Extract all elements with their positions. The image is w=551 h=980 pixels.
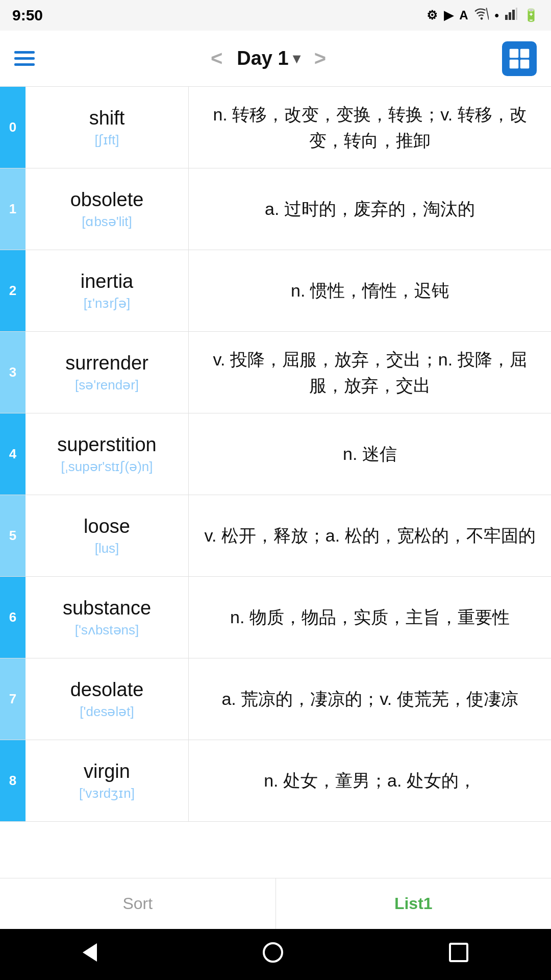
- word-text: shift: [89, 107, 125, 129]
- day-title-text: Day 1: [237, 47, 288, 69]
- table-row[interactable]: 6 substance ['sʌbstəns] n. 物质，物品，实质，主旨，重…: [0, 577, 551, 658]
- battery-icon: 🔋: [523, 8, 539, 22]
- nav-bar: [0, 929, 551, 980]
- svg-rect-9: [520, 59, 530, 68]
- word-definition: a. 荒凉的，凄凉的；v. 使荒芜，使凄凉: [189, 658, 551, 740]
- svg-rect-8: [510, 59, 519, 68]
- word-english: surrender [sə'rendər]: [26, 332, 189, 413]
- table-row[interactable]: 7 desolate ['desələt] a. 荒凉的，凄凉的；v. 使荒芜，…: [0, 658, 551, 740]
- table-row[interactable]: 1 obsolete [ɑbsə'lit] a. 过时的，废弃的，淘汰的: [0, 168, 551, 250]
- word-text: surrender: [65, 352, 148, 374]
- bottom-tab-bar: SortList1: [0, 878, 551, 929]
- back-button[interactable]: [62, 938, 117, 971]
- svg-rect-4: [512, 10, 515, 20]
- table-row[interactable]: 5 loose [lus] v. 松开，释放；a. 松的，宽松的，不牢固的: [0, 495, 551, 577]
- word-english: virgin ['vɜrdʒɪn]: [26, 740, 189, 821]
- word-english: obsolete [ɑbsə'lit]: [26, 168, 189, 250]
- wifi-icon: [474, 8, 489, 23]
- word-phonetic: [ˌsupər'stɪʃ(ə)n]: [61, 459, 153, 475]
- word-phonetic: [ɑbsə'lit]: [82, 214, 132, 230]
- svg-line-1: [486, 8, 489, 19]
- table-row[interactable]: 0 shift [ʃɪft] n. 转移，改变，变换，转换；v. 转移，改变，转…: [0, 87, 551, 168]
- word-definition: n. 迷信: [189, 413, 551, 495]
- gear-icon: ⚙: [427, 8, 438, 22]
- table-row[interactable]: 8 virgin ['vɜrdʒɪn] n. 处女，童男；a. 处女的，: [0, 740, 551, 822]
- word-phonetic: [ɪ'nɜrʃə]: [84, 296, 131, 311]
- font-icon: A: [459, 8, 468, 22]
- word-index: 1: [0, 168, 26, 250]
- prev-day-button[interactable]: <: [206, 47, 228, 70]
- home-button[interactable]: [242, 937, 304, 972]
- word-definition: a. 过时的，废弃的，淘汰的: [189, 168, 551, 250]
- word-definition: v. 投降，屈服，放弃，交出；n. 投降，屈服，放弃，交出: [189, 332, 551, 413]
- app-bar: < Day 1 ▾ >: [0, 31, 551, 87]
- word-phonetic: [ʃɪft]: [95, 132, 119, 148]
- word-definition: n. 转移，改变，变换，转换；v. 转移，改变，转向，推卸: [189, 87, 551, 168]
- word-english: inertia [ɪ'nɜrʃə]: [26, 250, 189, 331]
- word-index: 3: [0, 332, 26, 413]
- app-bar-center: < Day 1 ▾ >: [206, 47, 331, 70]
- word-phonetic: ['desələt]: [80, 704, 134, 720]
- status-right: ⚙ ▶ A • 🔋: [427, 8, 539, 23]
- svg-rect-2: [505, 15, 508, 20]
- status-left: 9:50: [12, 7, 43, 24]
- word-index: 5: [0, 495, 26, 576]
- word-phonetic: ['sʌbstəns]: [75, 622, 139, 638]
- svg-rect-3: [509, 12, 511, 20]
- dropdown-icon[interactable]: ▾: [293, 50, 300, 67]
- play-protect-icon: ▶: [444, 8, 453, 22]
- svg-rect-6: [510, 48, 519, 58]
- table-row[interactable]: 3 surrender [sə'rendər] v. 投降，屈服，放弃，交出；n…: [0, 332, 551, 413]
- table-row[interactable]: 2 inertia [ɪ'nɜrʃə] n. 惯性，惰性，迟钝: [0, 250, 551, 332]
- recent-button[interactable]: [429, 938, 489, 972]
- word-text: obsolete: [70, 189, 144, 211]
- word-english: substance ['sʌbstəns]: [26, 577, 189, 658]
- word-text: substance: [63, 597, 151, 619]
- hamburger-button[interactable]: [14, 51, 35, 66]
- status-time: 9:50: [12, 7, 43, 24]
- word-english: desolate ['desələt]: [26, 658, 189, 740]
- word-index: 6: [0, 577, 26, 658]
- signal-icon: [505, 8, 517, 23]
- word-index: 2: [0, 250, 26, 331]
- word-english: loose [lus]: [26, 495, 189, 576]
- word-phonetic: [lus]: [95, 541, 119, 556]
- word-text: superstition: [57, 434, 156, 456]
- day-title: Day 1 ▾: [237, 47, 299, 69]
- word-english: shift [ʃɪft]: [26, 87, 189, 168]
- word-index: 0: [0, 87, 26, 168]
- svg-rect-7: [520, 48, 530, 58]
- word-index: 8: [0, 740, 26, 821]
- table-row[interactable]: 4 superstition [ˌsupər'stɪʃ(ə)n] n. 迷信: [0, 413, 551, 495]
- word-text: desolate: [70, 679, 144, 701]
- word-definition: n. 物质，物品，实质，主旨，重要性: [189, 577, 551, 658]
- word-list: 0 shift [ʃɪft] n. 转移，改变，变换，转换；v. 转移，改变，转…: [0, 87, 551, 878]
- word-text: inertia: [81, 271, 134, 292]
- svg-rect-5: [516, 8, 517, 20]
- word-index: 4: [0, 413, 26, 495]
- word-index: 7: [0, 658, 26, 740]
- status-bar: 9:50 ⚙ ▶ A • 🔋: [0, 0, 551, 31]
- next-day-button[interactable]: >: [309, 47, 331, 70]
- word-definition: n. 惯性，惰性，迟钝: [189, 250, 551, 331]
- grid-view-button[interactable]: [502, 41, 537, 76]
- svg-point-0: [480, 17, 483, 20]
- dot-icon: •: [495, 8, 499, 22]
- word-text: virgin: [84, 761, 130, 782]
- word-text: loose: [84, 516, 130, 537]
- tab-item-list1[interactable]: List1: [276, 878, 552, 929]
- word-definition: n. 处女，童男；a. 处女的，: [189, 740, 551, 821]
- tab-item-sort[interactable]: Sort: [0, 878, 276, 929]
- word-definition: v. 松开，释放；a. 松的，宽松的，不牢固的: [189, 495, 551, 576]
- word-english: superstition [ˌsupər'stɪʃ(ə)n]: [26, 413, 189, 495]
- word-phonetic: [sə'rendər]: [75, 377, 139, 393]
- word-phonetic: ['vɜrdʒɪn]: [79, 786, 135, 801]
